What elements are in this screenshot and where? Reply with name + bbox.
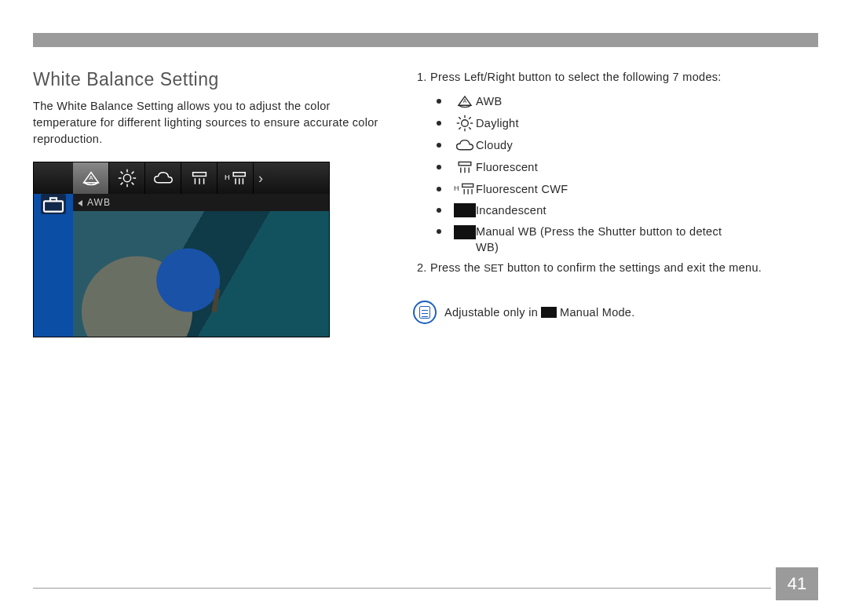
svg-line-27 — [459, 118, 461, 120]
note-post: Manual Mode. — [560, 306, 635, 319]
camera-lcd-screenshot: A A — [33, 162, 330, 337]
mode-list: A AWB Daylight — [430, 93, 818, 255]
strip-daylight-icon — [109, 162, 145, 194]
toolbox-icon — [41, 194, 66, 214]
svg-line-29 — [459, 127, 461, 129]
note-pre: Adjustable only in — [444, 306, 538, 319]
mode-item-manual-wb: Manual WB (Press the Shutter button to d… — [430, 224, 818, 256]
mode-label: Manual WB (Press the Shutter button to d… — [476, 224, 735, 256]
footer-rule — [33, 588, 818, 592]
step-2-pre: Press the — [430, 261, 484, 274]
instruction-steps: Press Left/Right button to select the fo… — [413, 69, 818, 275]
mode-item-daylight: Daylight — [430, 115, 818, 132]
mode-label: AWB — [476, 93, 502, 109]
strip-scroll-right-icon: › — [254, 170, 268, 187]
svg-line-11 — [131, 172, 133, 174]
svg-rect-31 — [459, 162, 471, 165]
svg-line-10 — [120, 183, 122, 185]
mode-item-fluorescent-cwf: H Fluorescent CWF — [430, 180, 818, 198]
lcd-mode-strip: A H › — [34, 162, 329, 194]
lcd-selected-label: AWB — [73, 194, 329, 211]
svg-rect-12 — [192, 173, 206, 177]
page: White Balance Setting The White Balance … — [33, 33, 818, 594]
cloudy-icon — [454, 137, 476, 154]
page-number: 41 — [776, 567, 818, 600]
content-columns: White Balance Setting The White Balance … — [33, 47, 818, 337]
page-title: White Balance Setting — [33, 69, 386, 90]
mode-label: Daylight — [476, 115, 519, 131]
mode-item-awb: A AWB — [430, 93, 818, 110]
step-2: Press the SET button to confirm the sett… — [430, 260, 818, 275]
description-text: The White Balance Setting allows you to … — [33, 98, 386, 148]
strip-fluorescent-icon — [181, 162, 217, 194]
lcd-sample-photo — [73, 211, 329, 337]
svg-rect-1 — [44, 201, 63, 211]
incandescent-icon — [454, 203, 476, 217]
note: Adjustable only in Manual Mode. — [413, 301, 818, 324]
svg-text:A: A — [463, 98, 467, 104]
step-2-post: button to confirm the settings and exit … — [504, 261, 762, 274]
svg-line-9 — [131, 183, 133, 185]
mode-label: Fluorescent CWF — [476, 181, 568, 197]
mode-item-cloudy: Cloudy — [430, 137, 818, 154]
header-bar — [33, 33, 818, 47]
note-text: Adjustable only in Manual Mode. — [444, 306, 635, 319]
svg-rect-17 — [233, 173, 245, 177]
right-column: Press Left/Right button to select the fo… — [413, 69, 818, 337]
svg-text:H: H — [224, 173, 229, 181]
step-1: Press Left/Right button to select the fo… — [430, 69, 818, 255]
manual-mode-chip-icon — [541, 307, 557, 318]
svg-line-28 — [469, 127, 471, 129]
left-column: White Balance Setting The White Balance … — [33, 69, 386, 337]
mode-label: Fluorescent — [476, 159, 538, 175]
svg-point-22 — [462, 120, 469, 127]
set-button-label: SET — [484, 262, 503, 274]
svg-point-3 — [123, 174, 130, 181]
svg-text:H: H — [454, 184, 459, 192]
strip-cloudy-icon — [145, 162, 181, 194]
svg-line-8 — [120, 172, 122, 174]
svg-rect-36 — [462, 184, 473, 188]
note-icon — [413, 301, 437, 324]
strip-awb-icon: A — [73, 162, 109, 194]
svg-text:A: A — [89, 174, 93, 181]
mode-label: Cloudy — [476, 137, 513, 153]
step-1-text: Press Left/Right button to select the fo… — [430, 71, 722, 83]
daylight-icon — [454, 115, 476, 132]
mode-item-incandescent: Incandescent — [430, 202, 818, 218]
manual-wb-icon — [454, 225, 476, 239]
fluorescent-icon — [454, 159, 476, 176]
mode-label: Incandescent — [476, 202, 546, 218]
fluorescent-cwf-icon: H — [454, 180, 476, 198]
svg-line-30 — [469, 118, 471, 120]
strip-fluorescent-cwf-icon: H — [217, 162, 254, 194]
mode-item-fluorescent: Fluorescent — [430, 159, 818, 176]
awb-icon: A — [454, 93, 476, 110]
